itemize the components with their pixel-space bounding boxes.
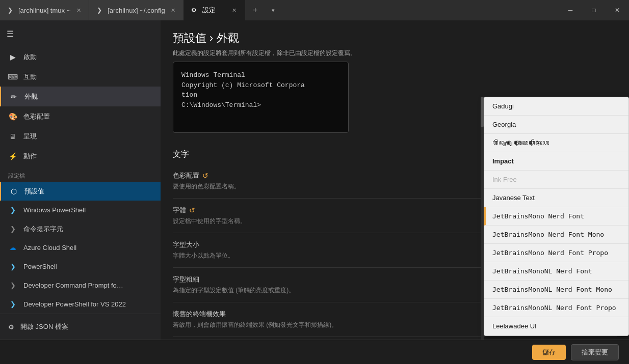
tab-settings[interactable]: ⚙ 設定 ✕ bbox=[184, 0, 245, 20]
rendering-icon: 🖥 bbox=[8, 132, 17, 141]
minimize-button[interactable]: ─ bbox=[559, 0, 582, 20]
sidebar-footer: ⚙ 開啟 JSON 檔案 bbox=[0, 314, 161, 340]
tab-dropdown-button[interactable]: ▾ bbox=[266, 0, 281, 20]
defaults-profile-icon: ⬡ bbox=[9, 187, 18, 196]
close-button[interactable]: ✕ bbox=[606, 0, 629, 20]
tab-tmux-icon: ❯ bbox=[6, 6, 14, 14]
sidebar-item-colorscheme[interactable]: 🎨 色彩配置 bbox=[0, 106, 161, 126]
sidebar-profile-devcmd[interactable]: ❯ Developer Command Prompt for VS 202... bbox=[0, 276, 161, 295]
open-json-button[interactable]: ⚙ 開啟 JSON 檔案 bbox=[0, 318, 161, 335]
save-button[interactable]: 儲存 bbox=[532, 345, 566, 360]
sidebar-item-startup[interactable]: ▶ 啟動 bbox=[0, 47, 161, 67]
ps-label: PowerShell bbox=[23, 263, 57, 270]
window-controls: ─ □ ✕ bbox=[559, 0, 629, 20]
appearance-icon: ✏ bbox=[9, 92, 18, 101]
font-item-gidugu[interactable]: ꦒꦶꦢꦸꦒꦸ ꦠꦺꦴꦏꦺꦴ ꦱꦶꦤꦺꦴꦥꦺꦴ bbox=[484, 134, 628, 152]
sidebar-profile-cmd[interactable]: ❯ 命令提示字元 bbox=[0, 219, 161, 238]
scrollbar-thumb[interactable] bbox=[481, 97, 484, 127]
sidebar-actions-label: 動作 bbox=[23, 152, 37, 161]
terminal-line-2: Copyright (c) Microsoft Corpora bbox=[181, 80, 340, 91]
startup-icon: ▶ bbox=[8, 52, 17, 62]
interaction-icon: ⌨ bbox=[8, 72, 17, 81]
sidebar-profile-azure[interactable]: ☁ Azure Cloud Shell bbox=[0, 238, 161, 257]
discard-button[interactable]: 捨棄變更 bbox=[571, 344, 619, 360]
devps-icon: ❯ bbox=[8, 300, 17, 309]
sidebar-item-actions[interactable]: ⚡ 動作 bbox=[0, 146, 161, 166]
azure-icon: ☁ bbox=[8, 243, 17, 253]
sidebar-item-interaction[interactable]: ⌨ 互動 bbox=[0, 67, 161, 87]
terminal-preview: Windows Terminal Copyright (c) Microsoft… bbox=[173, 62, 349, 133]
font-item-leelawadee[interactable]: Leelawadee UI bbox=[484, 317, 628, 335]
sidebar-profile-winpowershell[interactable]: ❯ Windows PowerShell bbox=[0, 201, 161, 219]
maximize-button[interactable]: □ bbox=[582, 0, 606, 20]
sidebar-appearance-label: 外觀 bbox=[24, 92, 38, 101]
profiles-section-label: 設定檔 bbox=[0, 166, 161, 182]
font-item-jetbrainsmono-mono[interactable]: JetBrainsMono Nerd Font Mono bbox=[484, 226, 628, 244]
color-scheme-reset[interactable]: ↺ bbox=[202, 172, 208, 180]
content-container: 預設值 › 外觀 此處定義的設定將套用到所有設定檔，除非已由設定檔的設定覆寫。 … bbox=[161, 20, 629, 340]
sidebar-rendering-label: 呈現 bbox=[23, 132, 37, 141]
fontweight-label: 字型粗細 bbox=[173, 275, 199, 284]
cmd-label: 命令提示字元 bbox=[23, 225, 63, 234]
tab-config[interactable]: ❯ [archlinux] ~/.config ✕ bbox=[89, 0, 184, 20]
font-item-gadugi[interactable]: Gadugi bbox=[484, 97, 628, 116]
font-label: 字體 bbox=[173, 206, 186, 215]
terminal-line-1: Windows Terminal bbox=[181, 70, 340, 80]
sidebar-profile-defaults[interactable]: ⬡ 預設值 bbox=[0, 182, 161, 201]
font-item-inkfree[interactable]: Ink Free bbox=[484, 171, 628, 189]
sidebar-startup-label: 啟動 bbox=[23, 52, 37, 62]
hamburger-button[interactable]: ☰ bbox=[0, 24, 20, 43]
font-item-impact[interactable]: Impact bbox=[484, 152, 628, 171]
sidebar-profile-devps[interactable]: ❯ Developer PowerShell for VS 2022 bbox=[0, 295, 161, 314]
tab-tmux[interactable]: ❯ [archlinux] tmux ~ ✕ bbox=[0, 0, 89, 20]
font-item-jetbrainsmonon-mono[interactable]: JetBrainsMonoNL Nerd Font Mono bbox=[484, 281, 628, 299]
azure-label: Azure Cloud Shell bbox=[23, 244, 76, 251]
color-scheme-label: 色彩配置 bbox=[173, 171, 199, 180]
ps-icon: ❯ bbox=[8, 262, 17, 271]
tab-config-label: [archlinux] ~/.config bbox=[108, 7, 165, 14]
font-reset[interactable]: ↺ bbox=[189, 206, 195, 214]
page-title: 預設值 › 外觀 bbox=[173, 31, 617, 46]
fontsize-label: 字型大小 bbox=[173, 240, 199, 249]
scrollbar-track bbox=[481, 97, 484, 340]
tab-list: ❯ [archlinux] tmux ~ ✕ ❯ [archlinux] ~/.… bbox=[0, 0, 559, 20]
new-tab-button[interactable]: + bbox=[245, 0, 266, 20]
settings-header: 預設值 › 外觀 此處定義的設定將套用到所有設定檔，除非已由設定檔的設定覆寫。 bbox=[161, 20, 629, 62]
tab-tmux-close[interactable]: ✕ bbox=[74, 6, 83, 14]
retro-label: 懷舊的終端機效果 bbox=[173, 310, 226, 319]
sidebar-interaction-label: 互動 bbox=[23, 72, 37, 81]
tab-config-close[interactable]: ✕ bbox=[169, 6, 177, 14]
colorscheme-icon: 🎨 bbox=[8, 112, 17, 121]
tab-settings-close[interactable]: ✕ bbox=[230, 6, 239, 14]
winps-icon: ❯ bbox=[8, 206, 17, 215]
font-item-javanese[interactable]: Javanese Text bbox=[484, 189, 628, 207]
tab-tmux-label: [archlinux] tmux ~ bbox=[18, 7, 70, 14]
font-item-jetbrainsmono-propo[interactable]: JetBrainsMono Nerd Font Propo bbox=[484, 244, 628, 262]
tab-settings-label: 設定 bbox=[202, 6, 216, 15]
main-layout: ☰ ▶ 啟動 ⌨ 互動 ✏ 外觀 🎨 色彩配置 🖥 呈現 ⚡ 動作 設定檔 bbox=[0, 20, 629, 340]
sidebar-item-rendering[interactable]: 🖥 呈現 bbox=[0, 126, 161, 146]
titlebar: ❯ [archlinux] tmux ~ ✕ ❯ [archlinux] ~/.… bbox=[0, 0, 629, 20]
tab-settings-icon: ⚙ bbox=[190, 6, 198, 14]
devcmd-label: Developer Command Prompt for VS 202... bbox=[23, 282, 125, 289]
sidebar: ☰ ▶ 啟動 ⌨ 互動 ✏ 外觀 🎨 色彩配置 🖥 呈現 ⚡ 動作 設定檔 bbox=[0, 20, 161, 340]
bottom-bar: 儲存 捨棄變更 bbox=[0, 340, 629, 364]
font-item-jetbrainsmono[interactable]: JetBrainsMono Nerd Font bbox=[484, 207, 628, 226]
sidebar-top: ☰ bbox=[0, 20, 161, 47]
font-item-jetbrainsmonon-propo[interactable]: JetBrainsMonoNL Nerd Font Propo bbox=[484, 299, 628, 317]
devcmd-icon: ❯ bbox=[8, 281, 17, 290]
actions-icon: ⚡ bbox=[8, 152, 17, 161]
font-item-jetbrainsmonon[interactable]: JetBrainsMonoNL Nerd Font bbox=[484, 262, 628, 281]
font-dropdown[interactable]: Gadugi Georgia ꦒꦶꦢꦸꦒꦸ ꦠꦺꦴꦏꦺꦴ ꦱꦶꦤꦺꦴꦥꦺꦴ Im… bbox=[484, 97, 629, 336]
defaults-profile-label: 預設值 bbox=[24, 187, 44, 196]
tab-config-icon: ❯ bbox=[95, 6, 103, 14]
sidebar-colorscheme-label: 色彩配置 bbox=[23, 112, 50, 121]
sidebar-profile-powershell[interactable]: ❯ PowerShell bbox=[0, 257, 161, 276]
sidebar-item-appearance[interactable]: ✏ 外觀 bbox=[0, 87, 161, 106]
cmd-icon: ❯ bbox=[8, 225, 17, 234]
font-item-georgia[interactable]: Georgia bbox=[484, 116, 628, 134]
devps-label: Developer PowerShell for VS 2022 bbox=[23, 300, 126, 308]
terminal-line-4: C:\Windows\Terminal> bbox=[181, 100, 340, 110]
open-json-label: 開啟 JSON 檔案 bbox=[20, 322, 68, 331]
terminal-line-3: tion bbox=[181, 90, 340, 100]
